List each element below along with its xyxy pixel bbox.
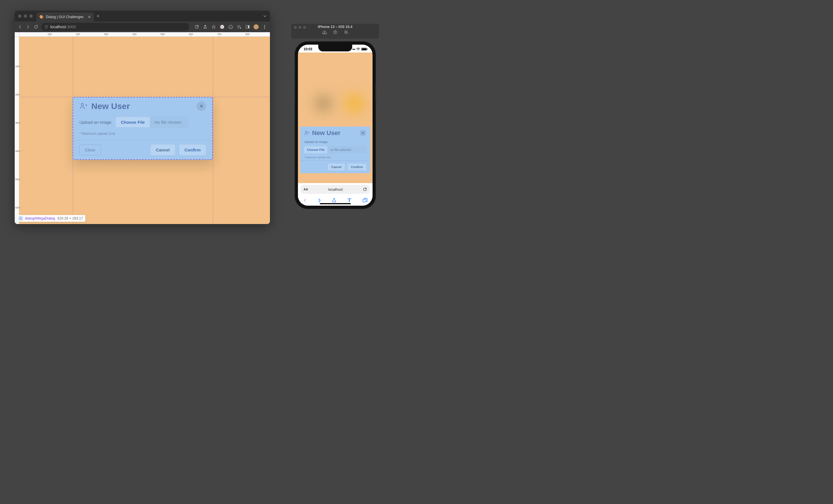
- compass-icon[interactable]: [220, 24, 225, 29]
- queue-icon[interactable]: [237, 24, 242, 29]
- devtools-dimensions: 520.29 × 263.17: [57, 217, 83, 220]
- sim-rotate-icon[interactable]: [344, 30, 348, 34]
- confirm-button[interactable]: Confirm: [179, 144, 206, 155]
- reload-button[interactable]: [33, 24, 39, 29]
- safari-forward-icon[interactable]: [317, 198, 322, 203]
- background-blur-2: [344, 94, 364, 113]
- dialog-close-button[interactable]: ✕: [196, 101, 206, 111]
- simulator-title: iPhone 13 – iOS 15.4: [318, 25, 352, 29]
- dialog-footer: Clear Cancel Confirm: [73, 140, 212, 159]
- window-controls: [18, 15, 33, 18]
- svg-rect-14: [345, 30, 347, 33]
- sim-window-minimize[interactable]: [299, 26, 301, 29]
- favicon-icon: 🎨: [39, 15, 44, 19]
- file-input[interactable]: Choose File No file chosen: [115, 117, 188, 128]
- sim-screenshot-icon[interactable]: [333, 30, 337, 34]
- mobile-choose-file[interactable]: Choose File: [304, 146, 327, 153]
- ruler-horizontal[interactable]: 100 200 300 400 500 600 700 800 900: [19, 32, 270, 37]
- phone-power-button: [375, 84, 376, 101]
- file-status: No file chosen: [150, 117, 188, 127]
- phone-screen: 10:03 •••• New User ✕ Upload an image: [298, 45, 373, 206]
- profile-avatar[interactable]: [254, 24, 259, 29]
- status-time: 10:03: [304, 47, 312, 51]
- home-indicator[interactable]: [320, 203, 351, 204]
- phone-page-content: New User ✕ Upload an image Choose File n…: [298, 53, 373, 183]
- grid-icon: [19, 217, 23, 220]
- tab-list-dropdown[interactable]: [263, 15, 266, 18]
- safari-back-icon[interactable]: [303, 198, 307, 203]
- svg-rect-12: [334, 31, 337, 34]
- url-bar[interactable]: ⓘ localhost:3000: [41, 23, 189, 31]
- url-port: :3000: [66, 25, 76, 29]
- browser-toolbar: ⓘ localhost:3000: [15, 22, 270, 32]
- ruler-vertical[interactable]: 100 200 300 400 500 600: [15, 37, 19, 224]
- svg-point-13: [334, 32, 336, 33]
- svg-rect-17: [363, 199, 366, 202]
- simulator-toolbar: iPhone 13 – iOS 15.4: [291, 24, 379, 39]
- phone-volume-up: [294, 80, 295, 91]
- safari-host: localhost: [308, 187, 363, 192]
- clear-button[interactable]: Clear: [79, 144, 101, 155]
- devtools-selector: dialog#MegaDialog: [25, 217, 55, 220]
- phone-mute-switch: [294, 67, 295, 73]
- add-user-icon: [79, 102, 87, 110]
- window-maximize[interactable]: [29, 15, 33, 18]
- safari-bookmarks-icon[interactable]: [347, 198, 352, 203]
- site-info-icon[interactable]: ⓘ: [45, 25, 48, 29]
- upload-hint: * Maximum upload 1mb: [79, 132, 206, 135]
- cancel-button[interactable]: Cancel: [150, 144, 175, 155]
- mobile-cancel-button[interactable]: Cancel: [328, 163, 345, 170]
- ruler-corner: [15, 32, 19, 37]
- browser-tab[interactable]: 🎨 Dialog | GUI Challenges ✕: [36, 12, 94, 22]
- signal-icon: ••••: [352, 48, 355, 51]
- open-external-icon[interactable]: [194, 24, 199, 29]
- new-tab-button[interactable]: +: [97, 13, 100, 19]
- upload-label: Upload an image: [79, 120, 111, 125]
- tab-title: Dialog | GUI Challenges: [46, 15, 84, 19]
- window-close[interactable]: [18, 15, 22, 18]
- background-blur-1: [315, 95, 332, 112]
- safari-reload-icon[interactable]: [363, 187, 367, 191]
- page-viewport: 100 200 300 400 500 600 700 800 900 100 …: [15, 32, 270, 224]
- share-icon[interactable]: [203, 24, 208, 29]
- safari-url-bar[interactable]: AA localhost: [301, 185, 370, 194]
- mega-dialog: New User ✕ Upload an image Choose File N…: [73, 97, 213, 160]
- safari-share-icon[interactable]: [332, 198, 336, 203]
- svg-rect-9: [21, 217, 22, 218]
- back-button[interactable]: [18, 24, 23, 29]
- forward-button[interactable]: [25, 24, 30, 29]
- svg-point-7: [81, 103, 84, 106]
- sim-home-icon[interactable]: [322, 30, 327, 34]
- bookmark-star-icon[interactable]: [211, 24, 216, 29]
- svg-point-4: [264, 25, 265, 26]
- mobile-dialog-close[interactable]: ✕: [360, 130, 366, 136]
- devtools-element-tag: dialog#MegaDialog 520.29 × 263.17: [16, 215, 86, 222]
- mobile-dialog-title: New User: [312, 129, 357, 137]
- battery-icon: [361, 48, 367, 51]
- mobile-confirm-button[interactable]: Confirm: [348, 163, 366, 170]
- window-minimize[interactable]: [24, 15, 27, 18]
- mobile-dialog: New User ✕ Upload an image Choose File n…: [300, 127, 370, 173]
- panel-icon[interactable]: [245, 24, 250, 29]
- url-host: localhost: [50, 25, 66, 29]
- sim-window-close[interactable]: [294, 26, 297, 29]
- choose-file-button[interactable]: Choose File: [116, 117, 150, 127]
- sim-window-maximize[interactable]: [303, 26, 306, 29]
- svg-rect-8: [19, 217, 20, 218]
- extensions-icon[interactable]: [228, 24, 233, 29]
- phone-volume-down: [294, 94, 295, 105]
- mobile-upload-label: Upload an image: [304, 140, 366, 144]
- reader-icon[interactable]: AA: [304, 187, 308, 191]
- kebab-menu-icon[interactable]: [262, 24, 267, 29]
- svg-rect-3: [248, 25, 249, 28]
- phone-notch: [318, 45, 352, 51]
- browser-window: 🎨 Dialog | GUI Challenges ✕ + ⓘ localhos…: [15, 11, 270, 224]
- mobile-add-user-icon: [304, 130, 310, 136]
- browser-titlebar: 🎨 Dialog | GUI Challenges ✕ +: [15, 11, 270, 22]
- mobile-file-input[interactable]: Choose File no file selected: [304, 146, 366, 153]
- svg-point-16: [306, 131, 307, 133]
- svg-rect-10: [19, 219, 20, 220]
- mobile-upload-hint: * Maximum upload 1mb: [304, 156, 366, 159]
- tab-close-icon[interactable]: ✕: [88, 15, 91, 19]
- safari-tabs-icon[interactable]: [362, 198, 367, 203]
